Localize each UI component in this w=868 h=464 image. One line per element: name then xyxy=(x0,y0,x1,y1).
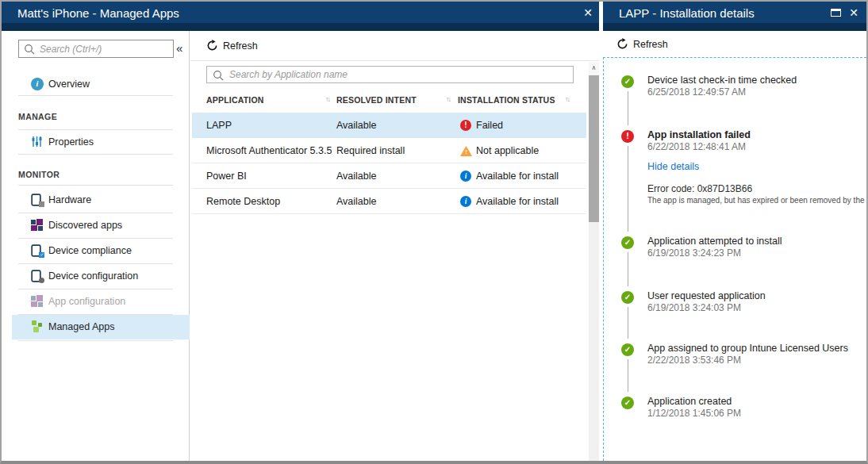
app-squares-icon xyxy=(31,295,44,308)
sidebar-item-managed-apps[interactable]: Managed Apps xyxy=(12,315,190,339)
installation-details-blade: LAPP - Installation details ✕ Refresh ✓ … xyxy=(603,2,866,461)
close-icon[interactable]: ✕ xyxy=(849,6,858,19)
table-header-row: APPLICATION ↑↓ RESOLVED INTENT ↑↓ INSTAL… xyxy=(190,90,589,111)
managed-apps-blade: Matt's iPhone - Managed Apps ✕ « i Overv… xyxy=(2,2,599,461)
refresh-button[interactable]: Refresh xyxy=(206,39,270,53)
sliders-icon xyxy=(31,136,44,148)
sort-icon[interactable]: ↑↓ xyxy=(325,95,329,103)
installation-details-header: LAPP - Installation details ✕ xyxy=(603,2,866,31)
refresh-icon xyxy=(206,40,218,52)
installation-timeline: ✓ Device last check-in time checked 6/25… xyxy=(603,57,866,461)
app-squares-icon xyxy=(31,219,44,232)
table-row-power-bi[interactable]: Power BI Available i Available for insta… xyxy=(192,163,586,189)
column-header-installation-status[interactable]: INSTALLATION STATUS xyxy=(458,95,555,105)
sidebar-item-app-configuration[interactable]: App configuration xyxy=(2,293,190,312)
error-exclaim-icon: ! xyxy=(621,130,634,143)
maximize-icon[interactable] xyxy=(831,9,841,17)
sidebar-item-device-configuration[interactable]: Device configuration xyxy=(2,267,190,286)
timeline-connector xyxy=(628,252,628,286)
phone-check-icon: ✓ xyxy=(31,244,44,257)
table-row-microsoft-authenticator[interactable]: Microsoft Authenticator 5.3.5 Required i… xyxy=(192,138,586,163)
managed-apps-blade-header: Matt's iPhone - Managed Apps ✕ xyxy=(2,2,599,31)
content-toolbar: Refresh xyxy=(190,31,599,61)
success-check-icon: ✓ xyxy=(621,75,634,88)
divider xyxy=(18,340,173,341)
sidebar-item-hardware[interactable]: Hardware xyxy=(2,191,190,210)
details-toolbar: Refresh xyxy=(603,31,866,57)
device-menu-sidebar: « i Overview MANAGE Properties MONITOR H… xyxy=(2,31,190,461)
phone-icon xyxy=(31,194,44,206)
search-icon xyxy=(24,44,35,55)
sort-icon[interactable]: ↑↓ xyxy=(565,95,569,103)
success-check-icon: ✓ xyxy=(621,236,634,249)
application-search-box xyxy=(206,66,574,83)
success-check-icon: ✓ xyxy=(621,343,634,356)
sidebar-item-overview[interactable]: i Overview xyxy=(2,75,190,94)
sidebar-item-discovered-apps[interactable]: Discovered apps xyxy=(2,217,190,236)
error-code: Error code: 0x87D13B66 xyxy=(647,183,858,194)
column-header-application[interactable]: APPLICATION xyxy=(206,95,264,105)
warning-status-icon: ! xyxy=(460,146,472,156)
column-header-resolved-intent[interactable]: RESOLVED INTENT xyxy=(336,95,417,105)
managed-apps-icon xyxy=(31,320,44,333)
timeline-connector xyxy=(628,146,628,232)
divider xyxy=(18,154,173,155)
table-row-remote-desktop[interactable]: Remote Desktop Available i Available for… xyxy=(192,189,586,214)
error-description: The app is managed, but has expired or b… xyxy=(647,196,858,205)
success-check-icon: ✓ xyxy=(621,397,634,409)
sidebar-search-box xyxy=(18,40,174,58)
divider xyxy=(18,238,173,239)
sidebar-collapse-icon[interactable]: « xyxy=(176,41,182,55)
divider xyxy=(18,185,173,186)
info-icon: i xyxy=(31,78,44,90)
vertical-scrollbar[interactable]: ∧ xyxy=(589,62,599,461)
scrollbar-up-icon[interactable]: ∧ xyxy=(589,62,599,75)
refresh-icon xyxy=(616,38,628,50)
info-status-icon: i xyxy=(460,171,471,182)
application-search-input[interactable] xyxy=(229,67,567,82)
search-icon xyxy=(213,70,224,81)
panel-title: LAPP - Installation details xyxy=(619,6,755,20)
divider xyxy=(18,213,173,213)
phone-gear-icon xyxy=(31,270,44,282)
timeline-connector xyxy=(628,91,628,125)
divider xyxy=(18,95,173,96)
success-check-icon: ✓ xyxy=(621,291,634,304)
refresh-button[interactable]: Refresh xyxy=(616,37,680,52)
divider xyxy=(18,263,173,264)
scrollbar-thumb[interactable] xyxy=(589,75,599,222)
intune-portal-window: Matt's iPhone - Managed Apps ✕ « i Overv… xyxy=(0,0,868,464)
divider xyxy=(18,289,173,290)
timeline-connector xyxy=(628,359,628,392)
divider xyxy=(18,129,173,130)
timeline-connector xyxy=(628,307,628,339)
managed-apps-content: Refresh APPLICATION ↑↓ RESOLVED INTENT ↑… xyxy=(190,31,599,461)
hide-details-link[interactable]: Hide details xyxy=(647,161,699,172)
close-icon[interactable]: ✕ xyxy=(583,6,593,19)
manage-section-heading: MANAGE xyxy=(18,112,57,121)
failed-status-icon: ! xyxy=(460,120,471,131)
sidebar-item-properties[interactable]: Properties xyxy=(2,133,190,152)
table-row-lapp[interactable]: LAPP Available ! Failed xyxy=(192,113,586,138)
page-title: Matt's iPhone - Managed Apps xyxy=(17,6,179,20)
monitor-section-heading: MONITOR xyxy=(18,170,60,179)
info-status-icon: i xyxy=(460,196,471,207)
sidebar-search-input[interactable] xyxy=(40,41,171,56)
sort-icon[interactable]: ↑↓ xyxy=(446,95,450,103)
sidebar-item-device-compliance[interactable]: ✓ Device compliance xyxy=(2,242,190,261)
